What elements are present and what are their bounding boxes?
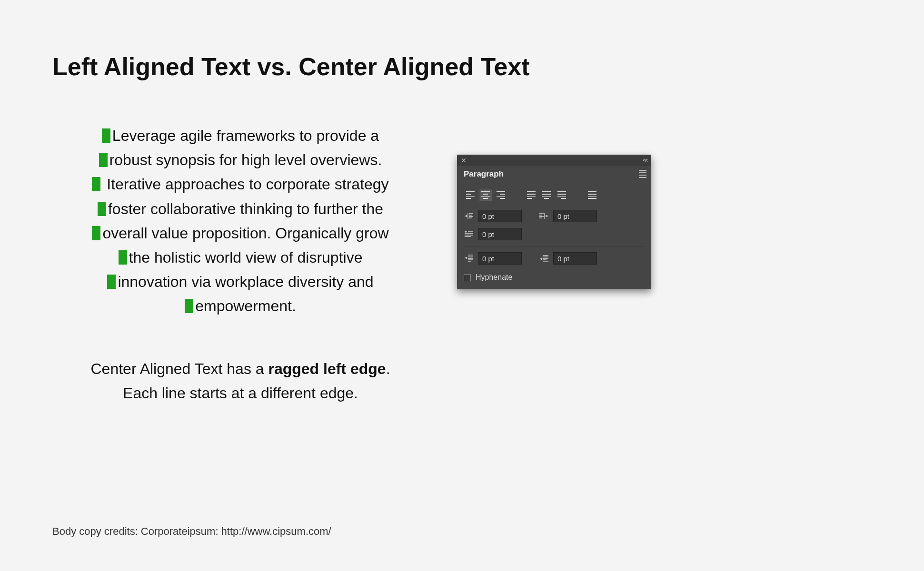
indent-right-icon [539,212,549,220]
ragged-edge-marker-icon [102,128,110,143]
space-before-field [464,252,522,265]
justify-last-center-button[interactable] [540,189,553,201]
centered-paragraph: Leverage agile frameworks to provide a r… [57,124,424,319]
space-after-icon [539,254,549,263]
indent-left-field [464,210,522,222]
example-column: Leverage agile frameworks to provide a r… [57,124,424,405]
justify-last-left-button[interactable] [525,189,538,201]
first-line-indent-icon [464,230,474,238]
close-icon[interactable]: ✕ [461,157,467,164]
space-before-input[interactable] [478,252,522,265]
ragged-edge-marker-icon [107,275,116,289]
panel-tabbar: Paragraph [457,166,651,182]
hyphenate-checkbox[interactable] [464,274,471,281]
caption-line-1: Center Aligned Text has a ragged left ed… [57,357,424,381]
indent-left-icon [464,212,474,220]
page-title: Left Aligned Text vs. Center Aligned Tex… [52,52,530,81]
indent-left-input[interactable] [478,210,522,222]
justify-last-right-button[interactable] [555,189,568,201]
caption-line-2: Each line starts at a different edge. [57,381,424,405]
space-before-icon [464,254,474,263]
first-line-indent-input[interactable] [478,228,522,240]
align-right-button[interactable] [494,189,507,201]
hyphenate-label: Hyphenate [476,273,512,282]
body-line: Iterative approaches to corporate strate… [102,176,388,193]
panel-menu-icon[interactable] [639,170,646,178]
body-line: the holistic world view of disruptive [129,249,363,266]
space-after-input[interactable] [553,252,597,265]
body-line: innovation via workplace diversity and [118,273,373,290]
panel-divider [464,246,645,246]
indent-right-input[interactable] [553,210,597,222]
first-line-indent-field [464,228,522,240]
tab-paragraph[interactable]: Paragraph [457,167,510,182]
space-after-field [539,252,597,265]
indent-right-field [539,210,597,222]
alignment-row [464,189,645,201]
ragged-edge-marker-icon [119,250,127,265]
credits-text: Body copy credits: Corporateipsum: http:… [52,525,331,538]
caption: Center Aligned Text has a ragged left ed… [57,357,424,405]
align-center-button[interactable] [479,189,492,201]
body-line: robust synopsis for high level overviews… [109,151,382,168]
ragged-edge-marker-icon [98,202,106,216]
paragraph-panel: ✕ << Paragraph [457,155,651,289]
panel-topbar: ✕ << [457,155,651,166]
collapse-icon[interactable]: << [643,157,647,164]
ragged-edge-marker-icon [99,153,108,167]
body-line: Leverage agile frameworks to provide a [112,127,379,144]
body-line: empowerment. [195,297,296,315]
body-line: overall value proposition. Organically g… [102,225,388,242]
ragged-edge-marker-icon [185,299,193,313]
align-left-button[interactable] [464,189,477,201]
hyphenate-row: Hyphenate [464,270,645,282]
ragged-edge-marker-icon [92,226,100,240]
justify-all-button[interactable] [586,189,599,201]
ragged-edge-marker-icon [92,177,100,191]
body-line: foster collaborative thinking to further… [108,200,383,217]
